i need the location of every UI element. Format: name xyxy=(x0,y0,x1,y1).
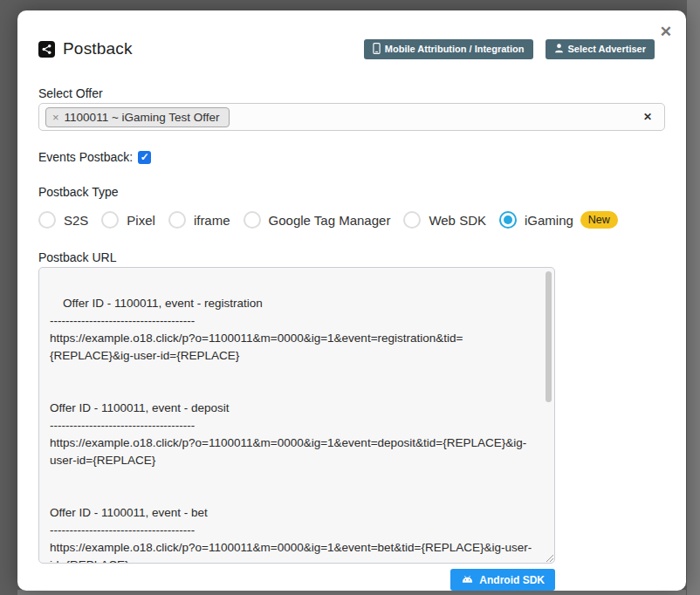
postback-modal: ✕ Postback Mobile Attribution / xyxy=(17,10,686,591)
select-advertiser-label: Select Advertiser xyxy=(568,44,646,54)
page-title: Postback xyxy=(63,39,133,58)
radio-label: iGaming xyxy=(525,213,573,228)
new-badge: New xyxy=(580,211,618,229)
radio-label: Web SDK xyxy=(429,213,486,228)
android-sdk-button[interactable]: Android SDK xyxy=(450,569,555,591)
mobile-attribution-button[interactable]: Mobile Attribution / Integration xyxy=(364,39,533,59)
select-offer-field[interactable]: × 1100011 ~ iGaming Test Offer ✕ xyxy=(38,103,665,131)
postback-type-label: Postback Type xyxy=(38,185,665,199)
page-backdrop-right xyxy=(687,0,700,595)
select-offer-label: Select Offer xyxy=(38,86,665,100)
close-icon[interactable]: ✕ xyxy=(660,24,672,39)
events-postback-row: Events Postback: xyxy=(38,149,665,165)
user-icon xyxy=(554,43,564,55)
radio-icon xyxy=(403,211,421,229)
events-postback-checkbox[interactable] xyxy=(138,151,151,164)
radio-label: Google Tag Manager xyxy=(269,213,391,228)
radio-label: S2S xyxy=(64,213,88,228)
textarea-scrollbar-thumb[interactable] xyxy=(546,271,552,402)
share-icon xyxy=(38,41,55,58)
tag-remove-icon[interactable]: × xyxy=(52,111,59,124)
radio-icon xyxy=(38,211,56,229)
radio-option-web-sdk[interactable]: Web SDK xyxy=(403,211,486,229)
modal-footer: Android SDK xyxy=(38,569,555,591)
radio-option-s2s[interactable]: S2S xyxy=(38,211,88,229)
textarea-resize-handle[interactable] xyxy=(545,553,553,562)
postback-type-options: S2S Pixel iframe Google Tag Manager Web … xyxy=(38,209,665,230)
mobile-icon xyxy=(373,43,381,56)
radio-label: iframe xyxy=(194,213,230,228)
radio-icon xyxy=(101,211,119,229)
modal-header: Postback Mobile Attribution / Integratio… xyxy=(38,38,665,59)
radio-option-google-tag-manager[interactable]: Google Tag Manager xyxy=(244,211,391,229)
selected-offer-tag-label: 1100011 ~ iGaming Test Offer xyxy=(65,111,220,124)
postback-url-textarea[interactable]: Offer ID - 1100011, event - registration… xyxy=(38,267,555,564)
radio-option-iframe[interactable]: iframe xyxy=(168,211,230,229)
events-postback-label: Events Postback: xyxy=(38,150,133,164)
radio-icon xyxy=(168,211,186,229)
postback-url-text: Offer ID - 1100011, event - registration… xyxy=(50,297,532,564)
selected-offer-tag: × 1100011 ~ iGaming Test Offer xyxy=(45,107,230,127)
clear-selection-icon[interactable]: ✕ xyxy=(643,111,652,123)
select-advertiser-button[interactable]: Select Advertiser xyxy=(546,39,655,59)
radio-label: Pixel xyxy=(127,213,155,228)
android-icon xyxy=(461,574,474,586)
postback-url-label: Postback URL xyxy=(38,250,665,264)
android-sdk-label: Android SDK xyxy=(479,574,545,586)
radio-option-pixel[interactable]: Pixel xyxy=(101,211,155,229)
radio-icon-selected xyxy=(499,211,517,229)
mobile-attribution-label: Mobile Attribution / Integration xyxy=(385,44,525,54)
radio-option-igaming[interactable]: iGaming New xyxy=(499,211,618,229)
radio-icon xyxy=(244,211,261,229)
